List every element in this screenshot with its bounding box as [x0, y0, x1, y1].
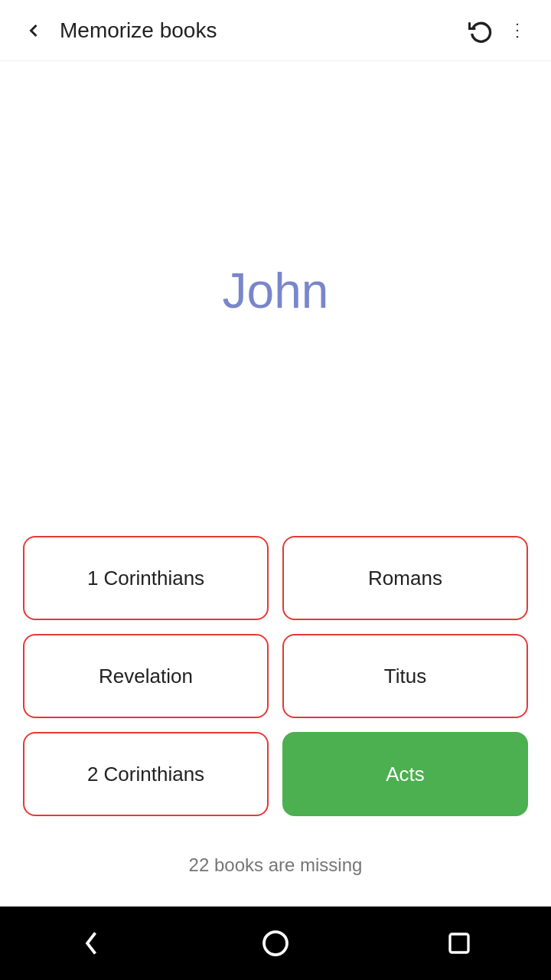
svg-point-1: [517, 29, 518, 31]
svg-point-2: [517, 36, 518, 38]
more-options-button[interactable]: [499, 12, 536, 49]
book-display: John: [0, 61, 551, 521]
answer-option-1[interactable]: 1 Corinthians: [23, 536, 269, 620]
answer-option-6-correct[interactable]: Acts: [282, 732, 528, 816]
back-button[interactable]: [15, 12, 52, 49]
current-book-name: John: [223, 263, 329, 319]
answer-option-5[interactable]: 2 Corinthians: [23, 732, 269, 816]
svg-point-3: [264, 932, 287, 955]
nav-bar: [0, 906, 551, 980]
app-bar-title: Memorize books: [60, 18, 462, 43]
refresh-button[interactable]: [462, 12, 499, 49]
answer-option-2[interactable]: Romans: [282, 536, 528, 620]
answer-grid: 1 Corinthians Romans Revelation Titus 2 …: [0, 521, 551, 831]
nav-home-button[interactable]: [245, 920, 306, 966]
nav-back-button[interactable]: [61, 920, 122, 966]
svg-rect-4: [450, 934, 468, 952]
main-content: John 1 Corinthians Romans Revelation Tit…: [0, 61, 551, 906]
answer-option-4[interactable]: Titus: [282, 634, 528, 718]
nav-recents-button[interactable]: [429, 920, 490, 966]
app-bar: Memorize books: [0, 0, 551, 61]
missing-books-text: 22 books are missing: [174, 831, 378, 906]
answer-option-3[interactable]: Revelation: [23, 634, 269, 718]
svg-point-0: [517, 23, 518, 24]
